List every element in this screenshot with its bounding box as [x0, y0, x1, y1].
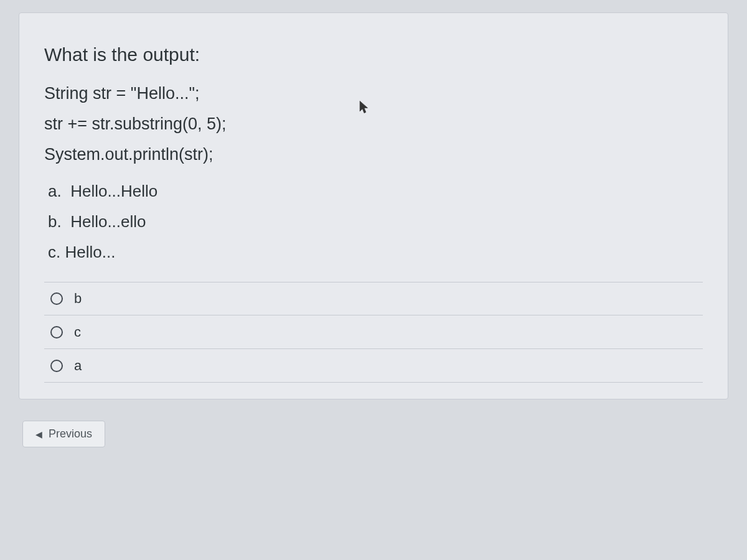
- caret-left-icon: ◀: [35, 429, 42, 439]
- answer-text: Hello...ello: [70, 212, 146, 231]
- nav-area: ◀ Previous: [19, 421, 728, 447]
- code-line-3: System.out.println(str);: [44, 145, 703, 164]
- option-label: b: [74, 291, 82, 307]
- question-card: What is the output: String str = "Hello.…: [19, 12, 728, 399]
- option-label: a: [74, 358, 82, 374]
- answer-letter: b.: [48, 212, 62, 231]
- answers-list: a. Hello...Hello b. Hello...ello c. Hell…: [44, 182, 703, 262]
- radio-icon: [50, 326, 63, 338]
- answer-text: Hello...Hello: [70, 182, 157, 200]
- radio-icon: [50, 292, 63, 305]
- radio-icon: [50, 360, 63, 372]
- question-title: What is the output:: [44, 44, 703, 65]
- options-group: b c a: [44, 282, 703, 383]
- code-line-1: String str = "Hello...";: [44, 84, 703, 103]
- answer-a: a. Hello...Hello: [44, 182, 703, 201]
- option-b[interactable]: b: [44, 282, 703, 315]
- answer-c: c. Hello...: [44, 243, 703, 262]
- option-label: c: [74, 324, 81, 340]
- option-a[interactable]: a: [44, 349, 703, 383]
- answer-text: Hello...: [65, 243, 115, 261]
- answer-letter: c.: [48, 243, 60, 261]
- option-c[interactable]: c: [44, 315, 703, 349]
- page-container: What is the output: String str = "Hello.…: [0, 0, 747, 466]
- previous-label: Previous: [49, 427, 92, 441]
- answer-letter: a.: [48, 182, 62, 200]
- previous-button[interactable]: ◀ Previous: [22, 421, 105, 447]
- code-line-2: str += str.substring(0, 5);: [44, 114, 703, 134]
- answer-b: b. Hello...ello: [44, 212, 703, 231]
